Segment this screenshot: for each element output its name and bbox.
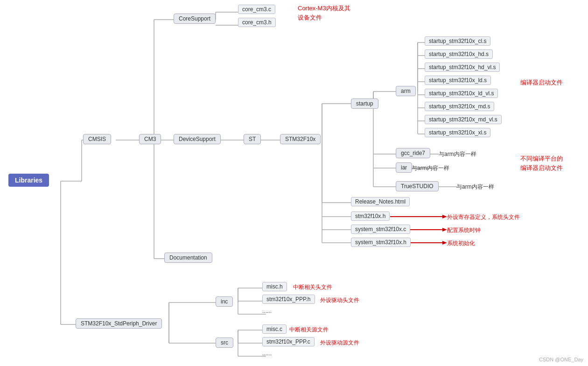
cm3-label: CM3 — [139, 134, 161, 144]
stdperiph-driver-label: STM32F10x_StdPeriph_Driver — [76, 318, 162, 329]
src-dots-label: ...... — [262, 350, 272, 357]
svg-marker-62 — [442, 228, 447, 232]
truestudio-content: 与arm内容一样 — [456, 183, 494, 191]
iar-content: 与arm内容一样 — [412, 164, 449, 172]
startup-md-vl-node: startup_stm32f10x_md_vl.s — [425, 115, 502, 124]
diagram-container: Libraries CMSIS CM3 CoreSupport core_cm3… — [0, 0, 588, 366]
cmsis-node: CMSIS — [83, 134, 111, 144]
peripheral-define-label: 外设寄存器定义，系统头文件 — [447, 213, 520, 221]
st-label: ST — [244, 134, 261, 144]
arm-node: arm — [396, 86, 416, 96]
startup-md-label: startup_stm32f10x_md.s — [425, 102, 494, 111]
startup-node: startup — [351, 99, 378, 109]
release-notes-node: Release_Notes.html — [351, 197, 410, 206]
startup-hd-vl-node: startup_stm32f10x_hd_vl.s — [425, 63, 500, 72]
truestudio-node: TrueSTUDIO — [396, 181, 439, 191]
truestudio-label: TrueSTUDIO — [396, 181, 439, 191]
coresupport-label: CoreSupport — [174, 14, 216, 24]
startup-hd-label: startup_stm32f10x_hd.s — [425, 49, 493, 59]
startup-xl-label: startup_stm32f10x_xl.s — [425, 128, 490, 137]
stdperiph-driver-node: STM32F10x_StdPeriph_Driver — [76, 318, 162, 329]
peripheral-driver-h-label: 外设驱动头文件 — [320, 296, 359, 304]
libraries-node: Libraries — [8, 174, 49, 187]
stm32f10x-label: STM32F10x — [280, 134, 321, 144]
gcc-ride7-label: gcc_ride7 — [396, 148, 430, 158]
core-cm3c-node: core_cm3.c — [238, 5, 275, 14]
compiler-startup-label: 编译器启动文件 — [520, 78, 563, 87]
misc-c-label: misc.c — [262, 324, 287, 334]
svg-marker-60 — [442, 215, 447, 218]
system-init-label: 系统初始化 — [447, 239, 475, 247]
interrupt-c-label: 中断相关源文件 — [289, 326, 329, 334]
startup-hd-node: startup_stm32f10x_hd.s — [425, 49, 493, 59]
cm3-node: CM3 — [139, 134, 161, 144]
stm32f10x-ppp-c-node: stm32f10x_PPP.c — [262, 337, 315, 346]
coresupport-node: CoreSupport — [174, 14, 216, 24]
inc-dots-node: ...... — [262, 308, 272, 314]
startup-label: startup — [351, 99, 378, 109]
startup-ld-vl-node: startup_stm32f10x_ld_vl.s — [425, 89, 498, 98]
src-label: src — [216, 338, 233, 348]
iar-node: iar — [396, 162, 412, 173]
stm32f10x-ppp-c-label: stm32f10x_PPP.c — [262, 337, 315, 346]
src-node: src — [216, 338, 233, 348]
stm32f10x-ppp-h-label: stm32f10x_PPP.h — [262, 295, 315, 304]
core-cm3h-label: core_cm3.h — [238, 18, 276, 27]
st-node: ST — [244, 134, 261, 144]
gcc-ride7-content: 与arm内容一样 — [439, 150, 476, 158]
startup-ld-vl-label: startup_stm32f10x_ld_vl.s — [425, 89, 498, 98]
cmsis-label: CMSIS — [83, 134, 111, 144]
inc-label: inc — [216, 296, 233, 307]
system-stm32f10x-h-label: system_stm32f10x.h — [351, 238, 411, 247]
inc-node: inc — [216, 296, 233, 307]
watermark: CSDN @ONE_Day — [539, 357, 583, 362]
startup-hd-vl-label: startup_stm32f10x_hd_vl.s — [425, 63, 500, 72]
documentation-label: Documentation — [164, 253, 212, 263]
stm32f10x-h-node: stm32f10x.h — [351, 211, 390, 221]
startup-cl-label: startup_stm32f10x_cl.s — [425, 36, 490, 46]
gcc-ride7-node: gcc_ride7 — [396, 148, 430, 158]
stm32f10x-node: STM32F10x — [280, 134, 321, 144]
core-cm3h-node: core_cm3.h — [238, 18, 276, 27]
peripheral-driver-c-label: 外设驱动源文件 — [320, 339, 359, 347]
release-notes-label: Release_Notes.html — [351, 197, 410, 206]
iar-label: iar — [396, 162, 412, 173]
config-clock-label: 配置系统时钟 — [447, 226, 481, 234]
src-dots-node: ...... — [262, 350, 272, 357]
startup-xl-node: startup_stm32f10x_xl.s — [425, 128, 490, 137]
libraries-label: Libraries — [8, 174, 49, 187]
stm32f10x-h-label: stm32f10x.h — [351, 211, 390, 221]
cortex-m3-label: Cortex-M3内核及其设备文件 — [298, 4, 350, 22]
svg-marker-64 — [442, 241, 447, 245]
devicesupport-node: DeviceSupport — [174, 134, 221, 144]
inc-dots-label: ...... — [262, 308, 272, 314]
interrupt-h-label: 中断相关头文件 — [293, 283, 332, 291]
misc-h-label: misc.h — [262, 282, 287, 291]
documentation-node: Documentation — [164, 253, 212, 263]
startup-ld-node: startup_stm32f10x_ld.s — [425, 76, 491, 85]
arm-label: arm — [396, 86, 416, 96]
misc-h-node: misc.h — [262, 282, 287, 291]
startup-md-node: startup_stm32f10x_md.s — [425, 102, 494, 111]
stm32f10x-ppp-h-node: stm32f10x_PPP.h — [262, 295, 315, 304]
system-stm32f10x-c-node: system_stm32f10x.c — [351, 225, 410, 234]
different-compiler-label: 不同编译平台的编译器启动文件 — [520, 154, 563, 172]
devicesupport-label: DeviceSupport — [174, 134, 221, 144]
system-stm32f10x-c-label: system_stm32f10x.c — [351, 225, 410, 234]
startup-cl-node: startup_stm32f10x_cl.s — [425, 36, 490, 46]
startup-md-vl-label: startup_stm32f10x_md_vl.s — [425, 115, 502, 124]
connection-lines — [0, 0, 588, 366]
system-stm32f10x-h-node: system_stm32f10x.h — [351, 238, 411, 247]
core-cm3c-label: core_cm3.c — [238, 5, 275, 14]
misc-c-node: misc.c — [262, 324, 287, 334]
startup-ld-label: startup_stm32f10x_ld.s — [425, 76, 491, 85]
